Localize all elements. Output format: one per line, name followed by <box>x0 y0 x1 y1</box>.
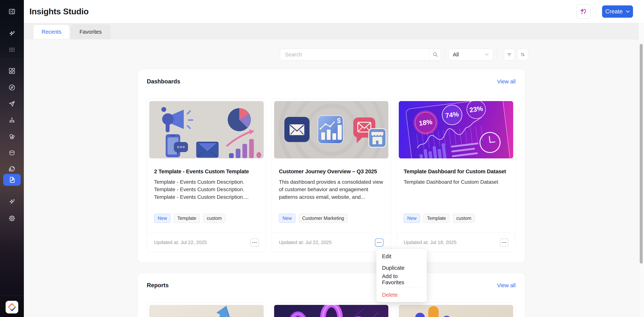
tag: custom <box>203 214 225 223</box>
section-title: Dashboards <box>147 78 180 85</box>
scrollbar-thumb[interactable] <box>640 44 643 264</box>
create-button[interactable]: Create <box>602 5 633 18</box>
filter-lines-icon <box>506 51 512 57</box>
menu-divider <box>380 287 422 287</box>
main-content: All Dashboards View all <box>24 39 644 317</box>
card-tags: New Template custom <box>404 214 508 223</box>
insights-doc-icon <box>8 176 16 184</box>
dashboards-section-header: Dashboards View all <box>147 78 516 85</box>
tag-new: New <box>279 214 295 223</box>
card-more-button-open[interactable] <box>375 239 384 247</box>
compass-icon[interactable] <box>8 83 16 92</box>
tag: Customer Marketing <box>299 214 348 223</box>
ai-assistant-icon <box>579 7 588 16</box>
tab-strip: Recents Favorites <box>24 23 644 39</box>
type-filter-select[interactable]: All <box>448 48 493 60</box>
reports-cards-row <box>147 303 516 317</box>
sparkle-icon[interactable] <box>8 29 16 38</box>
menu-item-edit[interactable]: Edit <box>376 251 427 262</box>
ellipsis-icon <box>502 242 506 243</box>
card-more-button[interactable] <box>250 239 259 247</box>
svg-text:74%: 74% <box>445 110 459 119</box>
card-more-button[interactable] <box>500 239 508 247</box>
svg-text:23%: 23% <box>469 105 483 114</box>
card-context-menu: Edit Duplicate Add to Favorites Delete <box>376 249 427 302</box>
report-thumbnail <box>274 305 388 317</box>
svg-text:18%: 18% <box>418 118 433 127</box>
tab-favorites[interactable]: Favorites <box>71 24 110 39</box>
dashboards-section: Dashboards View all <box>137 69 525 263</box>
panel-toggle-icon[interactable] <box>8 7 16 16</box>
search-box <box>280 48 441 60</box>
sort-arrows-icon <box>520 51 526 57</box>
gear-icon[interactable] <box>8 214 16 222</box>
report-thumbnail <box>399 305 513 317</box>
svg-text:$: $ <box>337 117 341 125</box>
page-title: Insights Studio <box>30 7 88 16</box>
card-thumbnail: $ <box>274 101 388 158</box>
search-submit[interactable] <box>430 49 441 60</box>
sparkles-icon[interactable] <box>8 198 16 206</box>
card-updated-at: Updated at: Jul 22, 2025 <box>279 240 332 245</box>
card-title: Template Dashboard for Custom Dataset <box>404 168 508 175</box>
tab-recents-label: Recents <box>42 29 61 35</box>
hierarchy-icon[interactable] <box>8 116 16 124</box>
tabs: Recents Favorites <box>33 24 110 39</box>
reports-section-header: Reports View all <box>147 282 516 289</box>
menu-item-duplicate[interactable]: Duplicate <box>376 262 427 274</box>
database-icon[interactable] <box>8 149 16 157</box>
report-card[interactable] <box>396 303 516 317</box>
header-actions: Create <box>576 4 633 19</box>
send-icon[interactable] <box>8 100 16 108</box>
card-description: Template Dashboard for Custom Dataset <box>404 178 508 186</box>
brand-logo[interactable] <box>6 301 18 314</box>
card-body: 2 Template - Events Custom Template Temp… <box>147 158 266 233</box>
dashboard-card[interactable]: 18% 74% 23% <box>396 99 516 252</box>
menu-item-add-to-favorites[interactable]: Add to Favorites <box>376 274 427 285</box>
toolbar: All <box>280 48 528 60</box>
tag-new: New <box>154 214 170 223</box>
header-divider <box>596 6 596 17</box>
sidebar-item-insights-active[interactable] <box>3 174 21 186</box>
tag-new: New <box>404 214 420 223</box>
filter-button[interactable] <box>504 48 515 60</box>
card-thumbnail: 18% 74% 23% <box>399 101 513 158</box>
sidebar-divider <box>0 296 24 296</box>
search-input[interactable] <box>280 49 430 60</box>
card-body: Template Dashboard for Custom Dataset Te… <box>396 158 516 233</box>
layers-icon[interactable] <box>8 165 16 173</box>
tab-favorites-label: Favorites <box>80 29 102 35</box>
report-card[interactable] <box>272 303 391 317</box>
layout-icon[interactable] <box>8 67 16 75</box>
chevron-down-icon <box>484 53 489 56</box>
reports-view-all-link[interactable]: View all <box>497 282 516 289</box>
tag: Template <box>423 214 449 223</box>
dashboards-view-all-link[interactable]: View all <box>497 78 516 85</box>
report-card[interactable] <box>147 303 266 317</box>
menu-item-delete[interactable]: Delete <box>376 289 427 301</box>
type-filter-value: All <box>453 51 459 58</box>
card-tags: New Template custom <box>154 214 259 223</box>
bubbles-icon[interactable] <box>8 133 16 141</box>
header: Insights Studio Create <box>24 0 644 23</box>
reports-section: Reports View all <box>137 273 525 317</box>
sidebar <box>0 0 24 317</box>
card-description: This dashboard provides a consolidated v… <box>279 178 384 201</box>
card-updated-at: Updated at: Jul 22, 2025 <box>154 240 207 245</box>
chevron-down-icon <box>626 10 630 13</box>
card-title: 2 Template - Events Custom Template <box>154 168 259 175</box>
card-title: Customer Journey Overview – Q3 2025 <box>279 168 384 175</box>
card-thumbnail <box>149 101 264 158</box>
dashboard-card[interactable]: 2 Template - Events Custom Template Temp… <box>147 99 266 252</box>
ai-assistant-button[interactable] <box>576 4 591 19</box>
ellipsis-icon <box>252 242 257 243</box>
search-icon <box>432 51 438 58</box>
sort-button[interactable] <box>517 48 528 60</box>
grid-dots-icon[interactable] <box>8 46 16 54</box>
dashboard-card[interactable]: $ Customer Journey Overview <box>272 99 391 252</box>
scrollbar-track[interactable] <box>638 23 644 317</box>
report-thumbnail <box>149 305 264 317</box>
dashboards-cards-row: 2 Template - Events Custom Template Temp… <box>147 99 516 252</box>
tab-recents[interactable]: Recents <box>33 24 70 39</box>
tag: custom <box>453 214 475 223</box>
